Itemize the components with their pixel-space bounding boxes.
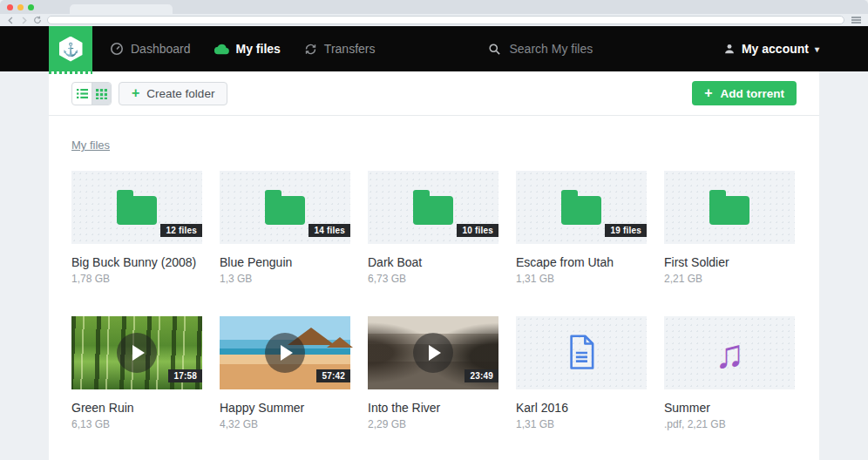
folder-icon <box>265 196 305 225</box>
app-logo[interactable]: ⚓ <box>49 26 92 71</box>
search-area <box>488 42 722 56</box>
minimize-window-icon[interactable] <box>17 4 24 10</box>
sync-icon <box>304 43 317 56</box>
nav-item-dashboard[interactable]: Dashboard <box>110 42 191 56</box>
file-card[interactable]: First Soldier2,21 GB <box>664 171 795 285</box>
main-menu: Dashboard My files Transfers <box>110 42 375 56</box>
file-count-badge: 12 files <box>160 224 202 237</box>
content-panel: + Create folder + Add torrent My files 1… <box>49 71 819 460</box>
browser-chrome <box>0 0 868 26</box>
user-icon <box>723 43 736 55</box>
nav-item-label: My files <box>236 42 281 56</box>
page-background: + Create folder + Add torrent My files 1… <box>0 71 868 460</box>
file-name[interactable]: Karl 2016 <box>516 401 647 415</box>
file-card[interactable]: 12 filesBig Buck Bunny (2008)1,78 GB <box>71 171 202 285</box>
file-card[interactable]: Karl 20161,31 GB <box>516 316 647 430</box>
file-name[interactable]: Escape from Utah <box>516 255 647 269</box>
file-size: 6,13 GB <box>71 418 202 430</box>
file-count-badge: 14 files <box>309 224 350 237</box>
file-count-badge: 10 files <box>457 224 498 237</box>
folder-icon <box>117 196 157 225</box>
file-thumbnail[interactable] <box>664 171 795 244</box>
view-toggle <box>71 82 112 105</box>
plus-icon: + <box>704 86 712 100</box>
file-name[interactable]: Into the River <box>368 401 498 415</box>
file-thumbnail[interactable] <box>516 316 647 389</box>
play-icon[interactable] <box>117 333 157 373</box>
breadcrumb-my-files-link[interactable]: My files <box>71 139 110 152</box>
file-size: 4,32 GB <box>220 418 350 430</box>
duration-badge: 23:49 <box>465 369 498 382</box>
add-torrent-button[interactable]: + Add torrent <box>692 81 797 105</box>
file-name[interactable]: Blue Penguin <box>220 255 350 269</box>
file-thumbnail[interactable]: 57:42 <box>220 316 350 389</box>
file-card[interactable]: ♫Summer.pdf, 2,21 GB <box>664 316 795 430</box>
file-card[interactable]: 19 filesEscape from Utah1,31 GB <box>516 171 647 285</box>
create-folder-label: Create folder <box>146 87 214 100</box>
file-name[interactable]: Green Ruin <box>71 401 202 415</box>
file-size: 2,29 GB <box>368 418 498 430</box>
file-count-badge: 19 files <box>605 224 647 237</box>
music-note-icon: ♫ <box>715 334 745 374</box>
close-window-icon[interactable] <box>7 4 13 10</box>
breadcrumb: My files <box>49 116 819 152</box>
cloud-icon <box>214 44 229 55</box>
file-size: 1,31 GB <box>516 273 647 285</box>
chevron-down-icon: ▾ <box>815 44 819 54</box>
file-thumbnail[interactable]: 12 files <box>71 171 202 244</box>
file-size: 6,73 GB <box>368 273 498 285</box>
document-icon <box>566 335 597 371</box>
file-card[interactable]: 10 filesDark Boat6,73 GB <box>368 171 498 285</box>
file-thumbnail[interactable]: 17:58 <box>71 316 202 389</box>
play-icon[interactable] <box>265 333 305 373</box>
file-size: 1,78 GB <box>71 273 202 285</box>
grid-view-button[interactable] <box>92 83 111 105</box>
grid-view-icon <box>96 88 107 99</box>
file-name[interactable]: First Soldier <box>664 255 795 269</box>
file-name[interactable]: Dark Boat <box>368 255 498 269</box>
file-size: 1,3 GB <box>220 273 350 285</box>
duration-badge: 57:42 <box>316 369 350 382</box>
file-card[interactable]: 17:58Green Ruin6,13 GB <box>71 316 202 430</box>
file-thumbnail[interactable]: 19 files <box>516 171 647 244</box>
maximize-window-icon[interactable] <box>28 4 34 10</box>
app-navbar: ⚓ Dashboard My files Transfers <box>0 26 868 71</box>
file-card[interactable]: 23:49Into the River2,29 GB <box>368 316 498 430</box>
folder-icon <box>709 196 749 225</box>
list-view-icon <box>77 88 88 99</box>
plus-icon: + <box>132 86 139 100</box>
file-name[interactable]: Happy Summer <box>220 401 350 415</box>
search-input[interactable] <box>509 42 701 56</box>
search-icon <box>488 43 501 56</box>
file-thumbnail[interactable]: 10 files <box>368 171 498 244</box>
file-thumbnail[interactable]: 23:49 <box>368 316 498 389</box>
address-bar[interactable] <box>47 16 844 24</box>
file-thumbnail[interactable]: ♫ <box>664 316 795 389</box>
file-name[interactable]: Summer <box>664 401 795 415</box>
play-icon[interactable] <box>413 333 453 373</box>
anchor-icon: ⚓ <box>59 37 83 62</box>
file-name[interactable]: Big Buck Bunny (2008) <box>71 255 202 269</box>
file-thumbnail[interactable]: 14 files <box>220 171 350 244</box>
folder-icon <box>413 196 453 225</box>
nav-item-transfers[interactable]: Transfers <box>304 42 376 56</box>
browser-tab[interactable] <box>70 4 173 14</box>
list-view-button[interactable] <box>72 83 92 105</box>
file-size: 1,31 GB <box>516 418 647 430</box>
reload-icon[interactable] <box>33 16 42 24</box>
back-icon[interactable] <box>7 17 15 24</box>
file-grid: 12 filesBig Buck Bunny (2008)1,78 GB14 f… <box>49 152 819 457</box>
create-folder-button[interactable]: + Create folder <box>119 82 227 105</box>
folder-icon <box>561 196 601 225</box>
browser-toolbar <box>0 14 868 26</box>
gauge-icon <box>110 42 124 56</box>
browser-tab-strip <box>0 0 868 14</box>
browser-menu-icon[interactable] <box>851 17 861 24</box>
file-card[interactable]: 57:42Happy Summer4,32 GB <box>220 316 350 430</box>
forward-icon[interactable] <box>20 17 28 24</box>
file-card[interactable]: 14 filesBlue Penguin1,3 GB <box>220 171 350 285</box>
nav-item-my-files[interactable]: My files <box>214 42 281 56</box>
account-menu[interactable]: My account ▾ <box>723 42 851 56</box>
window-controls[interactable] <box>7 4 34 10</box>
nav-item-label: Transfers <box>324 42 376 56</box>
